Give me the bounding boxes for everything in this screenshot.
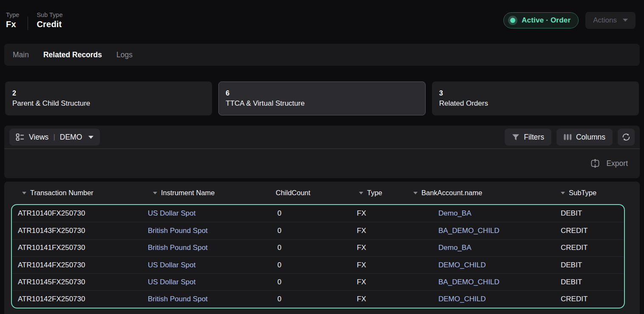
columns-button[interactable]: Columns <box>556 129 613 146</box>
subtype-field: Sub Type Credit <box>37 11 62 29</box>
top-bar: Type Fx Sub Type Credit Active · Order A… <box>0 0 644 40</box>
tab-bar: Main Related Records Logs <box>4 44 640 66</box>
cell-bankaccount-link[interactable]: BA_DEMO_CHILD <box>408 278 556 286</box>
filters-button[interactable]: Filters <box>505 129 551 146</box>
cell-type: FX <box>351 295 408 303</box>
views-divider: | <box>53 133 55 141</box>
cell-transaction-number: ATR10140FX250730 <box>12 209 142 218</box>
table-header-row: Transaction Number Instrument Name Child… <box>11 182 625 204</box>
cell-childcount: 0 <box>271 209 351 218</box>
card-count: 2 <box>12 90 205 97</box>
refresh-icon <box>621 132 631 142</box>
cell-childcount: 0 <box>271 261 351 269</box>
subtype-label: Sub Type <box>37 11 62 18</box>
summary-cards: 2 Parent & Child Structure 6 TTCA & Virt… <box>5 81 639 115</box>
card-label: Related Orders <box>439 99 632 108</box>
card-label: Parent & Child Structure <box>12 99 205 108</box>
export-icon <box>590 158 601 169</box>
export-button-label: Export <box>606 159 628 168</box>
cell-bankaccount-link[interactable]: BA_DEMO_CHILD <box>408 227 556 235</box>
type-field: Type Fx <box>6 11 19 29</box>
cell-type: FX <box>351 278 408 286</box>
column-header-bankaccount-name[interactable]: BankAccount.name <box>407 189 555 197</box>
cell-type: FX <box>351 261 408 269</box>
top-bar-actions: Active · Order Actions <box>503 12 636 29</box>
column-header-childcount[interactable]: ChildCount <box>271 189 350 197</box>
cell-instrument-name-link[interactable]: US Dollar Spot <box>142 261 271 269</box>
export-row: Export <box>4 149 640 178</box>
tab-main[interactable]: Main <box>13 50 29 59</box>
record-identity: Type Fx Sub Type Credit <box>6 11 62 30</box>
cell-instrument-name-link[interactable]: British Pound Spot <box>142 244 271 252</box>
sort-chevron-icon <box>413 192 418 194</box>
subtype-value: Credit <box>37 20 62 29</box>
card-label: TTCA & Virtual Structure <box>226 99 418 108</box>
column-header-transaction-number[interactable]: Transaction Number <box>11 189 141 197</box>
records-table-panel: Transaction Number Instrument Name Child… <box>4 182 640 314</box>
table-tools: Filters Columns <box>505 129 635 146</box>
column-header-type[interactable]: Type <box>350 189 407 197</box>
tab-related-records[interactable]: Related Records <box>43 50 102 59</box>
sort-chevron-icon <box>22 192 26 194</box>
table-row[interactable]: ATR10141FX250730 British Pound Spot 0 FX… <box>12 239 624 256</box>
filters-button-label: Filters <box>524 133 544 142</box>
cell-transaction-number: ATR10145FX250730 <box>12 278 142 286</box>
cell-type: FX <box>351 244 408 252</box>
grid-toolbar-panel: Views | DEMO Filters Columns <box>4 126 640 178</box>
table-row[interactable]: ATR10140FX250730 US Dollar Spot 0 FX Dem… <box>12 205 624 222</box>
table-row[interactable]: ATR10142FX250730 British Pound Spot 0 FX… <box>12 290 624 307</box>
views-row: Views | DEMO Filters Columns <box>4 126 640 149</box>
sort-chevron-icon <box>561 192 565 194</box>
sort-chevron-icon <box>153 192 157 194</box>
table-row[interactable]: ATR10144FX250730 US Dollar Spot 0 FX DEM… <box>12 256 624 273</box>
actions-button-label: Actions <box>593 16 617 25</box>
table-row[interactable]: ATR10143FX250730 British Pound Spot 0 FX… <box>12 222 624 239</box>
cell-bankaccount-link[interactable]: DEMO_CHILD <box>408 261 556 269</box>
type-value: Fx <box>6 20 19 29</box>
card-ttca-virtual-structure[interactable]: 6 TTCA & Virtual Structure <box>218 81 425 115</box>
cell-transaction-number: ATR10143FX250730 <box>12 227 142 235</box>
cell-subtype: CREDIT <box>556 244 624 252</box>
column-header-subtype[interactable]: SubType <box>555 189 625 197</box>
cell-transaction-number: ATR10141FX250730 <box>12 244 142 252</box>
views-selector[interactable]: Views | DEMO <box>9 129 100 146</box>
card-parent-child-structure[interactable]: 2 Parent & Child Structure <box>5 81 212 115</box>
cell-subtype: CREDIT <box>556 295 624 303</box>
cell-bankaccount-link[interactable]: DEMO_CHILD <box>408 295 556 303</box>
status-badge-label: Active · Order <box>522 16 571 25</box>
cell-bankaccount-link[interactable]: Demo_BA <box>408 244 556 252</box>
cell-type: FX <box>351 227 408 235</box>
highlighted-rows-container: ATR10140FX250730 US Dollar Spot 0 FX Dem… <box>11 204 625 308</box>
cell-subtype: DEBIT <box>556 278 624 286</box>
column-header-label: BankAccount.name <box>421 189 482 197</box>
cell-instrument-name-link[interactable]: British Pound Spot <box>142 227 271 235</box>
sort-chevron-icon <box>359 192 363 194</box>
column-header-label: ChildCount <box>276 189 311 197</box>
card-count: 6 <box>226 90 418 97</box>
cell-subtype: CREDIT <box>556 227 624 235</box>
cell-bankaccount-link[interactable]: Demo_BA <box>408 209 556 218</box>
columns-icon <box>564 134 572 140</box>
chevron-down-icon <box>88 136 93 139</box>
cell-instrument-name-link[interactable]: US Dollar Spot <box>142 278 271 286</box>
export-button[interactable]: Export <box>590 158 628 169</box>
cell-instrument-name-link[interactable]: British Pound Spot <box>142 295 271 303</box>
column-header-label: Transaction Number <box>30 189 93 197</box>
status-dot-icon <box>508 16 517 25</box>
views-label: Views <box>29 133 48 142</box>
views-list-icon <box>16 133 24 141</box>
refresh-button[interactable] <box>618 129 635 146</box>
tab-logs[interactable]: Logs <box>116 50 133 59</box>
chevron-down-icon <box>623 19 628 22</box>
column-header-instrument-name[interactable]: Instrument Name <box>141 189 271 197</box>
status-badge[interactable]: Active · Order <box>503 12 579 28</box>
column-header-label: Instrument Name <box>161 189 215 197</box>
card-related-orders[interactable]: 3 Related Orders <box>432 81 639 115</box>
cell-childcount: 0 <box>271 227 351 235</box>
cell-instrument-name-link[interactable]: US Dollar Spot <box>142 209 271 218</box>
filter-funnel-icon <box>512 134 520 141</box>
table-row[interactable]: ATR10145FX250730 US Dollar Spot 0 FX BA_… <box>12 273 624 290</box>
actions-button[interactable]: Actions <box>585 12 636 29</box>
cell-childcount: 0 <box>271 244 351 252</box>
cell-transaction-number: ATR10142FX250730 <box>12 295 142 303</box>
